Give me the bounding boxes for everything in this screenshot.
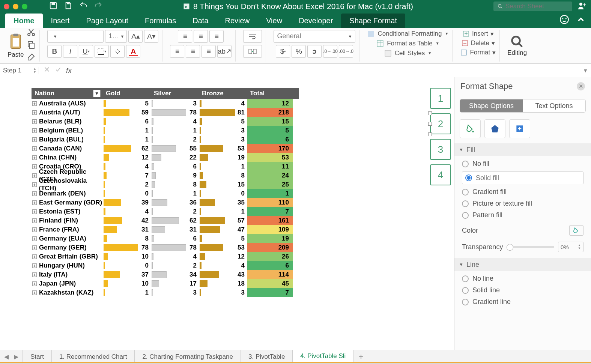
format-cells-button[interactable]: Format ▾: [460, 49, 496, 57]
expand-icon[interactable]: +: [32, 119, 37, 124]
expand-icon[interactable]: +: [32, 290, 37, 295]
expand-icon[interactable]: +: [32, 254, 37, 259]
autosave-icon[interactable]: [49, 2, 57, 12]
table-row[interactable]: +Australia (AUS)53412: [32, 99, 299, 108]
expand-icon[interactable]: +: [32, 155, 37, 160]
sheet-tab[interactable]: 2. Charting Formating Taskpane: [135, 350, 241, 363]
add-sheet-button[interactable]: +: [353, 352, 368, 362]
slicer-1[interactable]: 1: [430, 88, 451, 109]
text-options-tab[interactable]: Text Options: [523, 99, 585, 112]
comma-icon[interactable]: ͻ: [307, 45, 322, 58]
increase-decimal-icon[interactable]: .0→.00: [323, 45, 337, 58]
header-nation[interactable]: Nation▼: [32, 88, 103, 99]
expand-icon[interactable]: +: [32, 281, 37, 286]
share-button[interactable]: [577, 1, 586, 12]
tab-page-layout[interactable]: Page Layout: [78, 14, 137, 28]
selection-handle[interactable]: [428, 111, 432, 115]
cancel-formula-icon[interactable]: [44, 66, 50, 75]
expand-icon[interactable]: +: [32, 236, 37, 241]
table-row[interactable]: +Germany (GER)787853209: [32, 243, 299, 252]
table-row[interactable]: +Austria (AUT)597881218: [32, 108, 299, 117]
expand-icon[interactable]: +: [32, 101, 37, 106]
sheet-tab[interactable]: 3. PivotTable: [241, 350, 293, 363]
cut-icon[interactable]: [27, 28, 36, 39]
expand-icon[interactable]: +: [32, 137, 37, 142]
table-row[interactable]: +Denmark (DEN)0101: [32, 189, 299, 198]
orientation-icon[interactable]: ab↗: [217, 45, 232, 58]
percent-icon[interactable]: %: [292, 45, 306, 58]
align-left-icon[interactable]: ≡: [170, 45, 184, 58]
sheet-tab[interactable]: Start: [23, 350, 52, 363]
transparency-input[interactable]: 0%▲▼: [558, 242, 583, 252]
align-top-icon[interactable]: ≡: [178, 30, 192, 43]
wrap-text-icon[interactable]: [243, 30, 262, 43]
format-as-table-button[interactable]: Format as Table ▼: [376, 40, 439, 47]
font-size-select[interactable]: 1...▼: [105, 30, 127, 43]
font-name-select[interactable]: ▼: [47, 30, 104, 43]
merge-cells-icon[interactable]: [243, 45, 262, 58]
expand-icon[interactable]: +: [32, 272, 37, 277]
table-row[interactable]: +Bulgaria (BUL)1236: [32, 135, 299, 144]
table-row[interactable]: +Kazakhstan (KAZ)1337: [32, 288, 299, 297]
effects-tab-icon[interactable]: [484, 119, 505, 138]
table-row[interactable]: +Japan (JPN)10171845: [32, 279, 299, 288]
conditional-formatting-button[interactable]: Conditional Formatting ▼: [367, 30, 448, 38]
font-color-button[interactable]: A: [126, 45, 140, 58]
align-middle-icon[interactable]: ≡: [194, 30, 208, 43]
line-option[interactable]: Solid line: [462, 286, 583, 294]
minimize-window-button[interactable]: [13, 4, 18, 9]
expand-icon[interactable]: +: [32, 245, 37, 250]
table-row[interactable]: +Italy (ITA)373443114: [32, 270, 299, 279]
number-format-select[interactable]: General▼: [274, 30, 355, 43]
shape-options-tab[interactable]: Shape Options: [460, 99, 523, 112]
search-sheet-input[interactable]: [493, 2, 572, 11]
sheet-tab[interactable]: 4. PivotTable Sli: [293, 350, 353, 363]
increase-font-icon[interactable]: A▴: [128, 30, 143, 43]
slicer-4[interactable]: 4: [430, 164, 451, 185]
delete-cells-button[interactable]: Delete ▾: [461, 39, 495, 47]
name-box[interactable]: Step 1 ▲▼: [3, 67, 39, 74]
underline-button[interactable]: U▾: [79, 45, 93, 58]
fill-option[interactable]: Gradient fill: [462, 188, 583, 196]
fill-option[interactable]: Solid fill: [462, 171, 583, 184]
insert-cells-button[interactable]: Insert ▾: [462, 30, 494, 38]
table-row[interactable]: +Hungary (HUN)0246: [32, 261, 299, 270]
line-option[interactable]: No line: [462, 275, 583, 283]
table-row[interactable]: +Canada (CAN)625553170: [32, 144, 299, 153]
align-right-icon[interactable]: ≡: [202, 45, 216, 58]
align-bottom-icon[interactable]: ≡: [209, 30, 224, 43]
redo-icon[interactable]: [94, 2, 102, 12]
table-row[interactable]: +Belarus (BLR)64515: [32, 117, 299, 126]
size-props-tab-icon[interactable]: [509, 119, 530, 138]
tab-developer[interactable]: Developer: [290, 14, 341, 28]
tab-data[interactable]: Data: [184, 14, 217, 28]
format-painter-icon[interactable]: [27, 53, 36, 63]
expand-icon[interactable]: +: [32, 191, 37, 196]
selection-handle[interactable]: [428, 122, 432, 126]
line-option[interactable]: Gradient line: [462, 298, 583, 306]
fill-option[interactable]: No fill: [462, 160, 583, 168]
fill-option[interactable]: Pattern fill: [462, 211, 583, 219]
close-pane-button[interactable]: ✕: [577, 82, 585, 90]
expand-formula-bar-icon[interactable]: ▼: [583, 68, 588, 74]
expand-icon[interactable]: +: [32, 182, 37, 187]
expand-icon[interactable]: +: [32, 227, 37, 232]
table-row[interactable]: +East Germany (GDR)393635110: [32, 198, 299, 207]
table-row[interactable]: +Estonia (EST)4217: [32, 207, 299, 216]
tab-view[interactable]: View: [258, 14, 290, 28]
filter-dropdown-icon[interactable]: ▼: [93, 90, 101, 97]
worksheet-area[interactable]: Nation▼ Gold Silver Bronze Total +Austra…: [0, 77, 454, 350]
tab-insert[interactable]: Insert: [43, 14, 78, 28]
line-section-header[interactable]: ▼Line: [454, 258, 591, 271]
slicer-2[interactable]: 2: [430, 113, 451, 134]
transparency-slider[interactable]: [507, 246, 554, 248]
fx-icon[interactable]: fx: [66, 66, 72, 75]
copy-icon[interactable]: [27, 40, 36, 51]
tab-review[interactable]: Review: [217, 14, 258, 28]
expand-icon[interactable]: +: [32, 209, 37, 214]
tab-shape-format[interactable]: Shape Format: [341, 14, 405, 28]
fill-color-picker[interactable]: [569, 225, 583, 236]
decrease-font-icon[interactable]: A▾: [144, 30, 158, 43]
tab-home[interactable]: Home: [5, 14, 43, 28]
table-row[interactable]: +China (CHN)12221953: [32, 153, 299, 162]
